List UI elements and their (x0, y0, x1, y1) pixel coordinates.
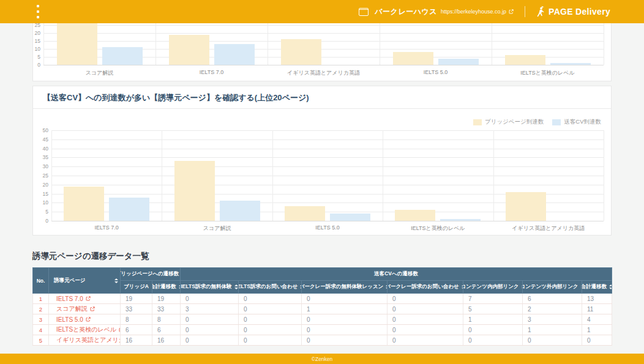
value-cell: 13 (582, 294, 612, 304)
bar-bridge (285, 206, 325, 221)
page-link[interactable]: IELTS 7.0 (56, 295, 91, 302)
x-axis-label: IELTS 7.0 (95, 225, 119, 231)
page-link[interactable]: IELTS 5.0 (56, 316, 91, 323)
col-header-no: No. (33, 268, 49, 294)
sort-icon (234, 284, 238, 289)
page-cell: IELTS 7.0 (49, 294, 121, 304)
value-cell: 1 (463, 314, 523, 325)
value-cell: 33 (121, 304, 152, 314)
bar-bridge (281, 39, 321, 65)
value-cell: 0 (523, 335, 582, 346)
page-link[interactable]: IELTSと英検のレベル (56, 325, 121, 334)
gridline (51, 221, 604, 221)
col-header-1[interactable]: 合計遷移数 (152, 281, 181, 294)
cv-reach-chart-card: 【送客CV】への到達数が多い【誘導元ページ】を確認する(上位20ページ) ブリッ… (32, 86, 612, 236)
gridline (51, 149, 604, 149)
row-number: 3 (33, 314, 49, 325)
row-number: 2 (33, 304, 49, 314)
value-cell: 0 (181, 314, 239, 325)
y-axis-tick: 0 (35, 218, 48, 224)
external-link-icon (86, 296, 91, 301)
value-cell: 19 (152, 294, 181, 304)
col-group-cv: 送客CVへの遷移数 (181, 268, 612, 281)
col-header-8[interactable]: 合計遷移数 (582, 281, 612, 294)
grid-vline (43, 23, 44, 65)
value-cell: 4 (582, 314, 612, 325)
x-axis-label: IELTS 7.0 (200, 69, 223, 75)
value-cell: 16 (152, 335, 181, 346)
col-header-page[interactable]: 誘導元ページ (49, 268, 121, 294)
y-axis-tick: 0 (32, 62, 40, 68)
value-cell: 0 (388, 335, 463, 346)
x-axis-label: IELTS 5.0 (315, 225, 339, 231)
col-header-0: ブリッジA (121, 281, 152, 294)
value-cell: 0 (302, 314, 388, 325)
value-cell: 6 (121, 325, 152, 335)
bar-bridge (174, 161, 215, 221)
brand-logo: PAGE Delivery (536, 6, 610, 18)
value-cell: 0 (388, 304, 463, 314)
gridline (51, 166, 604, 167)
sort-icon (114, 278, 118, 283)
value-cell: 8 (152, 314, 181, 325)
value-cell: 0 (239, 325, 302, 335)
app-header: バークレーハウス https://berkeleyhouse.co.jp PAG… (0, 0, 644, 23)
cv-reach-chart: 05101520253035404550IELTS 7.0スコア解説IELTS … (33, 86, 611, 235)
bridge-reach-chart: 0510152025スコア解説IELTS 7.0イギリス英語とアメリカ英語IEL… (33, 23, 611, 81)
col-header-7[interactable]: コンテンツ外内部リンク (523, 281, 582, 294)
col-header-5[interactable]: バークレー訴求のお問い合わせ (388, 281, 463, 294)
app-footer: ©Zenken (0, 354, 644, 364)
bar-bridge (169, 35, 209, 65)
external-link-icon[interactable] (509, 9, 514, 14)
y-axis-tick: 40 (35, 146, 48, 152)
gridline (51, 185, 604, 185)
col-header-6[interactable]: コンテンツ内内部リンク (463, 281, 523, 294)
value-cell: 1 (523, 325, 582, 335)
site-name: バークレーハウス (375, 7, 437, 17)
value-cell: 8 (121, 314, 152, 325)
y-axis-tick: 5 (35, 209, 48, 215)
grid-vline (380, 23, 380, 65)
value-cell: 0 (239, 314, 302, 325)
x-axis-label: IELTS 5.0 (424, 69, 447, 75)
value-cell: 0 (463, 335, 523, 346)
table-row: 1IELTS 7.0191900007613 (33, 294, 612, 304)
value-cell: 5 (463, 304, 523, 314)
value-cell: 0 (302, 325, 388, 335)
page: バークレーハウス https://berkeleyhouse.co.jp PAG… (0, 0, 644, 364)
y-axis-tick: 20 (35, 182, 48, 188)
bar-cv (220, 201, 260, 221)
col-header-3[interactable]: IELTS訴求のお問い合わせ (239, 281, 302, 294)
bar-bridge (64, 187, 104, 221)
browser-window-icon (359, 8, 369, 16)
bar-bridge (395, 210, 435, 221)
page-cell: スコア解説 (49, 304, 121, 314)
gridline (43, 65, 604, 65)
site-url-link[interactable]: https://berkeleyhouse.co.jp (441, 9, 506, 15)
y-axis-tick: 10 (32, 46, 40, 52)
col-header-2[interactable]: IELTS訴求の無料体験 (181, 281, 239, 294)
runner-icon (536, 6, 545, 18)
page-link[interactable]: スコア解説 (56, 305, 95, 313)
value-cell: 0 (388, 294, 463, 304)
x-axis-label: スコア解説 (203, 225, 231, 232)
y-axis-tick: 50 (35, 127, 48, 133)
page-link[interactable]: イギリス英語とアメリカ英語 (56, 336, 121, 344)
bar-cv (440, 219, 481, 221)
grid-vline (155, 23, 156, 65)
col-group-bridge[interactable]: ブリッジページへの遷移数 (121, 268, 181, 281)
row-number: 1 (33, 294, 49, 304)
bar-cv (330, 214, 370, 221)
value-cell: 0 (239, 304, 302, 314)
bar-cv (109, 198, 149, 221)
external-link-icon (90, 306, 95, 311)
value-cell: 6 (523, 294, 582, 304)
gridline (43, 33, 604, 34)
col-header-4[interactable]: バークレー訴求の無料体験レッスン (302, 281, 388, 294)
value-cell: 0 (302, 335, 388, 346)
bar-bridge (57, 23, 97, 65)
page-cell: IELTSと英検のレベル (49, 325, 121, 335)
y-axis-tick: 45 (35, 136, 48, 143)
menu-icon[interactable] (37, 5, 43, 18)
copyright: ©Zenken (312, 356, 333, 362)
